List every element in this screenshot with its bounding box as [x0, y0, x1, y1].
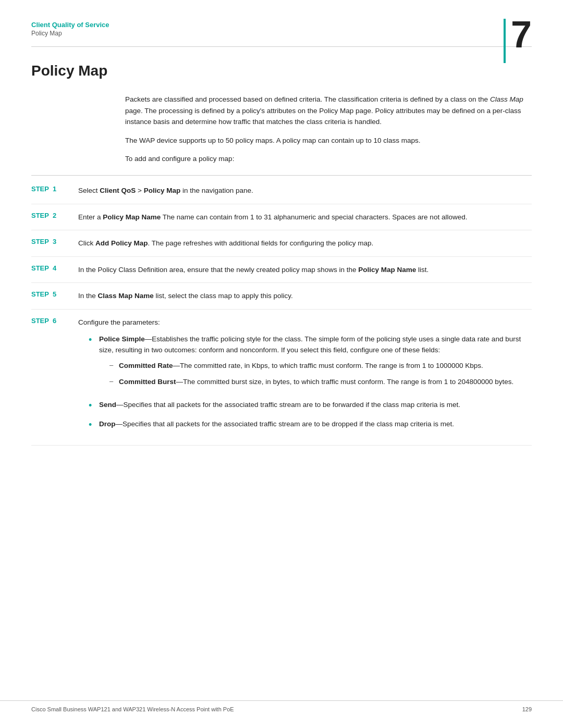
step-6: STEP 6 Configure the parameters: • Polic… — [31, 310, 532, 446]
intro-para-2: The WAP device supports up to 50 policy … — [125, 135, 532, 146]
page-title: Policy Map — [31, 63, 532, 79]
step-3-label: STEP 3 — [31, 238, 78, 245]
step-3-content: Click Add Policy Map. The page refreshes… — [78, 238, 532, 249]
subsub-committed-rate: – Committed Rate—The committed rate, in … — [109, 360, 532, 372]
step-4-content: In the Policy Class Definition area, ens… — [78, 264, 532, 276]
step-2: STEP 2 Enter a Policy Map Name The name … — [31, 204, 532, 231]
footer: Cisco Small Business WAP121 and WAP321 W… — [0, 700, 563, 712]
chapter-number-bar — [504, 19, 506, 63]
footer-left: Cisco Small Business WAP121 and WAP321 W… — [31, 706, 234, 712]
intro-text: Packets are classified and processed bas… — [125, 94, 532, 165]
bullet-send: • Send—Specifies that all packets for th… — [89, 399, 532, 412]
footer-right: 129 — [522, 706, 532, 712]
step-2-label: STEP 2 — [31, 212, 78, 219]
step-2-content: Enter a Policy Map Name The name can con… — [78, 212, 532, 223]
bullet-police-simple: • Police Simple—Establishes the traffic … — [89, 334, 532, 393]
step-5: STEP 5 In the Class Map Name list, selec… — [31, 283, 532, 310]
chapter-label: Client Quality of Service — [31, 21, 532, 29]
intro-para-3: To add and configure a policy map: — [125, 153, 532, 165]
bullet-dot-3: • — [89, 418, 99, 431]
main-content: Policy Map Packets are classified and pr… — [0, 47, 563, 477]
bullet-police-simple-content: Police Simple—Establishes the traffic po… — [99, 334, 532, 393]
bullet-dot-1: • — [89, 334, 99, 347]
step-3: STEP 3 Click Add Policy Map. The page re… — [31, 230, 532, 257]
step-1-label: STEP 1 — [31, 185, 78, 193]
step-4-label: STEP 4 — [31, 264, 78, 272]
bullet-send-content: Send—Specifies that all packets for the … — [99, 399, 532, 411]
header: Client Quality of Service Policy Map 7 — [0, 0, 563, 37]
dash-2: – — [109, 376, 119, 387]
step-1: STEP 1 Select Client QoS > Policy Map in… — [31, 178, 532, 204]
subsub-committed-burst: – Committed Burst—The committed burst si… — [109, 376, 532, 388]
chapter-sublabel: Policy Map — [31, 30, 532, 37]
step-5-label: STEP 5 — [31, 290, 78, 298]
chapter-number: 7 — [511, 16, 532, 53]
step6-bullets: • Police Simple—Establishes the traffic … — [89, 334, 532, 432]
bullet-drop-content: Drop—Specifies that all packets for the … — [99, 418, 532, 430]
dash-1: – — [109, 360, 119, 371]
bullet-dot-2: • — [89, 399, 99, 412]
bullet-drop: • Drop—Specifies that all packets for th… — [89, 418, 532, 431]
steps-rule — [31, 175, 532, 176]
step-4: STEP 4 In the Policy Class Definition ar… — [31, 257, 532, 283]
steps-container: STEP 1 Select Client QoS > Policy Map in… — [31, 178, 532, 446]
page-container: Client Quality of Service Policy Map 7 P… — [0, 0, 563, 728]
step-1-content: Select Client QoS > Policy Map in the na… — [78, 185, 532, 196]
subsub-bullets-police: – Committed Rate—The committed rate, in … — [109, 360, 532, 388]
step-6-label: STEP 6 — [31, 317, 78, 325]
intro-para-1: Packets are classified and processed bas… — [125, 94, 532, 128]
committed-rate-content: Committed Rate—The committed rate, in Kb… — [119, 360, 532, 372]
step-6-content: Configure the parameters: • Police Simpl… — [78, 317, 532, 438]
committed-burst-content: Committed Burst—The committed burst size… — [119, 376, 532, 388]
step-5-content: In the Class Map Name list, select the c… — [78, 290, 532, 302]
